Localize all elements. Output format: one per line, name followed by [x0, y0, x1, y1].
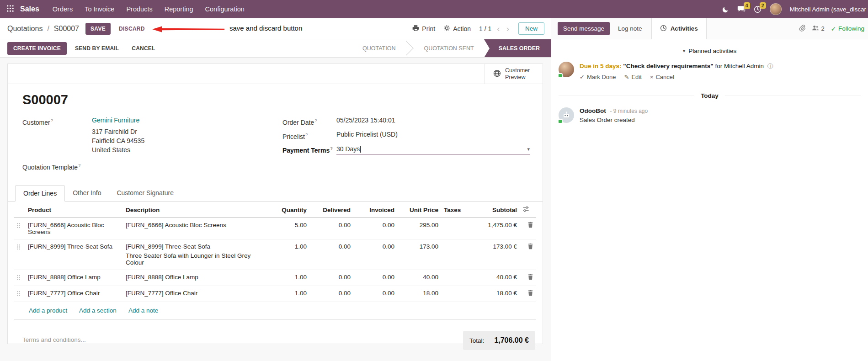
tab-customer-signature[interactable]: Customer Signature — [109, 185, 181, 201]
payment-terms-input[interactable]: 30 Days ▾ — [336, 144, 530, 154]
description-cell[interactable]: [FURN_6666] Acoustic Bloc Screens — [123, 218, 270, 239]
menu-to-invoice[interactable]: To Invoice — [79, 0, 120, 18]
cancel-activity-button[interactable]: ×Cancel — [650, 74, 674, 80]
quantity-cell[interactable]: 1.00 — [270, 270, 309, 286]
step-sales-order[interactable]: SALES ORDER — [484, 39, 551, 57]
step-quotation[interactable]: QUOTATION — [352, 39, 405, 57]
order-line-row[interactable]: [FURN_6666] Acoustic Bloc Screens [FURN_… — [14, 218, 536, 239]
log-note-button[interactable]: Log note — [616, 22, 644, 35]
product-cell[interactable]: [FURN_8999] Three-Seat Sofa — [25, 239, 123, 270]
taxes-cell[interactable] — [441, 270, 467, 286]
create-invoice-button[interactable]: CREATE INVOICE — [7, 42, 67, 55]
edit-activity-button[interactable]: ✎Edit — [624, 74, 641, 80]
col-description[interactable]: Description — [123, 202, 270, 218]
delivered-cell[interactable]: 0.00 — [309, 270, 353, 286]
send-message-button[interactable]: Send message — [558, 22, 610, 35]
delivered-cell[interactable]: 0.00 — [309, 218, 353, 239]
col-taxes[interactable]: Taxes — [441, 202, 467, 218]
print-button[interactable]: Print — [412, 25, 435, 33]
drag-handle-icon[interactable] — [17, 244, 20, 251]
menu-orders[interactable]: Orders — [47, 0, 79, 18]
invoiced-cell[interactable]: 0.00 — [353, 239, 397, 270]
pager-next-icon[interactable]: › — [506, 24, 510, 33]
add-section-link[interactable]: Add a section — [79, 307, 117, 314]
paperclip-icon[interactable] — [799, 24, 805, 33]
tab-other-info[interactable]: Other Info — [65, 185, 109, 201]
user-avatar[interactable] — [770, 3, 782, 15]
quantity-cell[interactable]: 5.00 — [270, 218, 309, 239]
description-cell[interactable]: [FURN_7777] Office Chair — [123, 286, 270, 302]
activities-tab[interactable]: Activities — [651, 18, 707, 39]
product-cell[interactable]: [FURN_8888] Office Lamp — [25, 270, 123, 286]
optional-columns-icon[interactable] — [520, 202, 536, 218]
activity-avatar[interactable] — [559, 62, 574, 77]
quantity-cell[interactable]: 1.00 — [270, 239, 309, 270]
planned-activities-toggle[interactable]: ▾ Planned activities — [559, 48, 861, 54]
col-delivered[interactable]: Delivered — [309, 202, 353, 218]
unit-price-cell[interactable]: 40.00 — [397, 270, 441, 286]
customer-preview-button[interactable]: Customer Preview — [485, 64, 543, 84]
unit-price-cell[interactable]: 295.00 — [397, 218, 441, 239]
taxes-cell[interactable] — [441, 239, 467, 270]
col-invoiced[interactable]: Invoiced — [353, 202, 397, 218]
delivered-cell[interactable]: 0.00 — [309, 286, 353, 302]
order-line-row[interactable]: [FURN_8999] Three-Seat Sofa [FURN_8999] … — [14, 239, 536, 270]
save-button[interactable]: SAVE — [85, 23, 111, 35]
app-name[interactable]: Sales — [20, 5, 47, 13]
invoiced-cell[interactable]: 0.00 — [353, 270, 397, 286]
cancel-button[interactable]: CANCEL — [127, 42, 160, 55]
order-line-row[interactable]: [FURN_7777] Office Chair [FURN_7777] Off… — [14, 286, 536, 302]
product-cell[interactable]: [FURN_6666] Acoustic Bloc Screens — [25, 218, 123, 239]
customer-link[interactable]: Gemini Furniture — [92, 117, 139, 127]
followers-button[interactable]: 2 — [812, 25, 824, 32]
menu-products[interactable]: Products — [120, 0, 158, 18]
drag-handle-icon[interactable] — [17, 291, 20, 298]
order-date-field[interactable]: 05/25/2023 15:40:01 — [336, 117, 395, 127]
unit-price-cell[interactable]: 173.00 — [397, 239, 441, 270]
pager-previous-icon[interactable]: ‹ — [496, 24, 501, 33]
delete-line-icon[interactable] — [527, 223, 533, 229]
description-cell[interactable]: [FURN_8999] Three-Seat SofaThree Seater … — [123, 239, 270, 270]
odoobot-avatar[interactable] — [559, 107, 574, 123]
mark-done-button[interactable]: ✓Mark Done — [580, 74, 616, 80]
product-cell[interactable]: [FURN_7777] Office Chair — [25, 286, 123, 302]
invoiced-cell[interactable]: 0.00 — [353, 218, 397, 239]
step-quotation-sent[interactable]: QUOTATION SENT — [414, 39, 484, 57]
col-unit-price[interactable]: Unit Price — [397, 202, 441, 218]
info-icon[interactable]: ⓘ — [767, 63, 773, 69]
action-button[interactable]: Action — [443, 25, 471, 33]
unit-price-cell[interactable]: 18.00 — [397, 286, 441, 302]
activities-clock-icon[interactable]: 2 — [754, 5, 761, 13]
add-note-link[interactable]: Add a note — [128, 307, 158, 314]
drag-handle-icon[interactable] — [17, 275, 20, 282]
col-product[interactable]: Product — [25, 202, 123, 218]
delete-line-icon[interactable] — [527, 244, 533, 251]
user-name[interactable]: Mitchell Admin (save_discar — [790, 6, 866, 13]
menu-configuration[interactable]: Configuration — [199, 0, 250, 18]
taxes-cell[interactable] — [441, 218, 467, 239]
add-product-link[interactable]: Add a product — [29, 307, 67, 314]
message-author[interactable]: OdooBot — [580, 107, 606, 114]
chevron-down-icon[interactable]: ▾ — [527, 145, 530, 153]
new-button[interactable]: New — [518, 22, 544, 35]
messages-icon[interactable]: 4 — [737, 5, 746, 13]
menu-reporting[interactable]: Reporting — [159, 0, 199, 18]
breadcrumb-quotations[interactable]: Quotations — [7, 25, 43, 33]
col-quantity[interactable]: Quantity — [270, 202, 309, 218]
pricelist-field[interactable]: Public Pricelist (USD) — [336, 131, 398, 141]
delivered-cell[interactable]: 0.00 — [309, 239, 353, 270]
drag-handle-icon[interactable] — [17, 223, 20, 230]
following-button[interactable]: ✓ Following — [831, 25, 864, 32]
order-line-row[interactable]: [FURN_8888] Office Lamp [FURN_8888] Offi… — [14, 270, 536, 286]
col-subtotal[interactable]: Subtotal — [467, 202, 520, 218]
delete-line-icon[interactable] — [527, 275, 533, 281]
description-cell[interactable]: [FURN_8888] Office Lamp — [123, 270, 270, 286]
invoiced-cell[interactable]: 0.00 — [353, 286, 397, 302]
taxes-cell[interactable] — [441, 286, 467, 302]
terms-and-conditions-placeholder[interactable]: Terms and conditions... — [22, 331, 86, 343]
send-by-email-button[interactable]: SEND BY EMAIL — [70, 42, 123, 55]
quantity-cell[interactable]: 1.00 — [270, 286, 309, 302]
apps-menu-button[interactable] — [0, 0, 20, 18]
moon-icon[interactable] — [722, 6, 729, 13]
discard-button[interactable]: DISCARD — [115, 23, 149, 35]
